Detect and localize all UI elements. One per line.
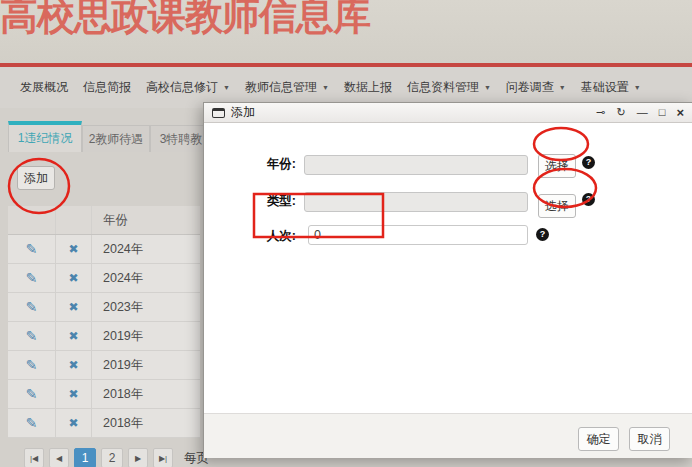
prev-page-button[interactable]: ◀	[49, 448, 69, 467]
table-row: ✎ ✖ 2024年	[8, 235, 200, 264]
nav-item-university-info-revision[interactable]: 高校信息修订 ▼	[146, 79, 230, 96]
help-icon[interactable]: ?	[582, 193, 595, 206]
nav-item-label: 教师信息管理	[245, 79, 317, 96]
edit-icon[interactable]: ✎	[26, 357, 38, 373]
edit-icon[interactable]: ✎	[26, 328, 38, 344]
year-cell: 2024年	[92, 270, 200, 287]
dialog-footer: 确定 取消	[204, 413, 692, 458]
cancel-button[interactable]: 取消	[629, 427, 670, 451]
help-icon[interactable]: ?	[536, 228, 549, 241]
nav-item-info-material-management[interactable]: 信息资料管理 ▼	[407, 79, 491, 96]
nav-item-basic-settings[interactable]: 基础设置 ▼	[581, 79, 641, 96]
top-banner: 高校思政课教师信息库	[0, 0, 692, 63]
caret-down-icon: ▼	[322, 84, 329, 91]
app-title: 高校思政课教师信息库	[0, 0, 370, 42]
nav-item-label: 高校信息修订	[146, 79, 218, 96]
nav-item-label: 发展概况	[20, 79, 68, 96]
nav-item-label: 信息简报	[83, 79, 131, 96]
type-field-label: 类型:	[204, 191, 296, 212]
type-select-button[interactable]: 选择	[538, 194, 576, 218]
nav-item-info-bulletin[interactable]: 信息简报	[83, 79, 131, 96]
year-field-input[interactable]	[304, 155, 528, 175]
edit-column-header	[8, 206, 56, 234]
nav-item-label: 数据上报	[344, 79, 392, 96]
first-page-button[interactable]: |◀	[24, 448, 44, 467]
table-row: ✎ ✖ 2019年	[8, 351, 200, 380]
table-row: ✎ ✖ 2023年	[8, 293, 200, 322]
year-column-header: 年份	[92, 212, 200, 229]
person-count-field-label: 人次:	[204, 226, 296, 247]
delete-icon[interactable]: ✖	[68, 300, 78, 314]
last-page-button[interactable]: ▶|	[153, 448, 173, 467]
nav-item-label: 信息资料管理	[407, 79, 479, 96]
dialog-header[interactable]: 添加 ⊸ ↻ — □ ×	[204, 103, 692, 123]
edit-icon[interactable]: ✎	[26, 241, 38, 257]
delete-icon[interactable]: ✖	[68, 242, 78, 256]
caret-down-icon: ▼	[484, 84, 491, 91]
person-count-input[interactable]	[308, 225, 528, 245]
dialog-body: 年份: 选择 ? 类型: 选择 ? 人次: ?	[204, 123, 692, 413]
close-icon[interactable]: ×	[676, 106, 684, 119]
maximize-icon[interactable]: □	[659, 107, 666, 118]
refresh-icon[interactable]: ↻	[617, 107, 626, 118]
minimize-icon[interactable]: —	[637, 107, 648, 118]
page-number-2[interactable]: 2	[101, 448, 123, 467]
nav-item-data-upload[interactable]: 数据上报	[344, 79, 392, 96]
nav-item-label: 问卷调查	[506, 79, 554, 96]
window-icon	[212, 108, 225, 118]
tab-teacher-treatment[interactable]: 2教师待遇	[82, 125, 150, 152]
table-row: ✎ ✖ 2018年	[8, 409, 200, 438]
add-button[interactable]: 添加	[17, 166, 55, 190]
year-field-label: 年份:	[204, 154, 296, 175]
page-root: 高校思政课教师信息库 发展概况 信息简报 高校信息修订 ▼ 教师信息管理 ▼ 数…	[0, 0, 692, 467]
add-dialog: 添加 ⊸ ↻ — □ × 年份: 选择 ? 类型: 选择 ? 人次: ?	[203, 102, 692, 458]
delete-icon[interactable]: ✖	[68, 271, 78, 285]
year-cell: 2019年	[92, 328, 200, 345]
year-cell: 2018年	[92, 386, 200, 403]
delete-icon[interactable]: ✖	[68, 358, 78, 372]
table-row: ✎ ✖ 2019年	[8, 322, 200, 351]
edit-icon[interactable]: ✎	[26, 299, 38, 315]
nav-item-development-overview[interactable]: 发展概况	[20, 79, 68, 96]
nav-item-label: 基础设置	[581, 79, 629, 96]
window-controls: ⊸ ↻ — □ ×	[596, 106, 684, 119]
delete-column-header	[56, 206, 92, 234]
delete-icon[interactable]: ✖	[68, 329, 78, 343]
pin-icon[interactable]: ⊸	[596, 107, 605, 118]
edit-icon[interactable]: ✎	[26, 415, 38, 431]
table-row: ✎ ✖ 2018年	[8, 380, 200, 409]
delete-icon[interactable]: ✖	[68, 387, 78, 401]
help-icon[interactable]: ?	[582, 156, 595, 169]
caret-down-icon: ▼	[223, 84, 230, 91]
nav-item-questionnaire[interactable]: 问卷调查 ▼	[506, 79, 566, 96]
caret-down-icon: ▼	[634, 84, 641, 91]
table-row: ✎ ✖ 2024年	[8, 264, 200, 293]
year-select-button[interactable]: 选择	[538, 154, 576, 178]
pagination-bar: |◀ ◀ 1 2 ▶ ▶| 每页	[8, 448, 209, 467]
type-field-input[interactable]	[304, 192, 528, 212]
year-cell: 2018年	[92, 415, 200, 432]
dialog-title: 添加	[231, 104, 255, 121]
edit-icon[interactable]: ✎	[26, 270, 38, 286]
year-table: 年份 ✎ ✖ 2024年 ✎ ✖ 2024年 ✎ ✖ 2023年 ✎ ✖ 201…	[8, 206, 200, 438]
tab-strip: 1违纪情况 2教师待遇 3特聘教	[8, 121, 212, 152]
page-number-1[interactable]: 1	[74, 448, 96, 467]
table-header-row: 年份	[8, 206, 200, 235]
tab-discipline-violation[interactable]: 1违纪情况	[8, 121, 82, 152]
confirm-button[interactable]: 确定	[578, 427, 619, 451]
nav-item-teacher-info-management[interactable]: 教师信息管理 ▼	[245, 79, 329, 96]
year-cell: 2024年	[92, 241, 200, 258]
caret-down-icon: ▼	[559, 84, 566, 91]
year-cell: 2023年	[92, 299, 200, 316]
edit-icon[interactable]: ✎	[26, 386, 38, 402]
next-page-button[interactable]: ▶	[128, 448, 148, 467]
delete-icon[interactable]: ✖	[68, 416, 78, 430]
year-cell: 2019年	[92, 357, 200, 374]
